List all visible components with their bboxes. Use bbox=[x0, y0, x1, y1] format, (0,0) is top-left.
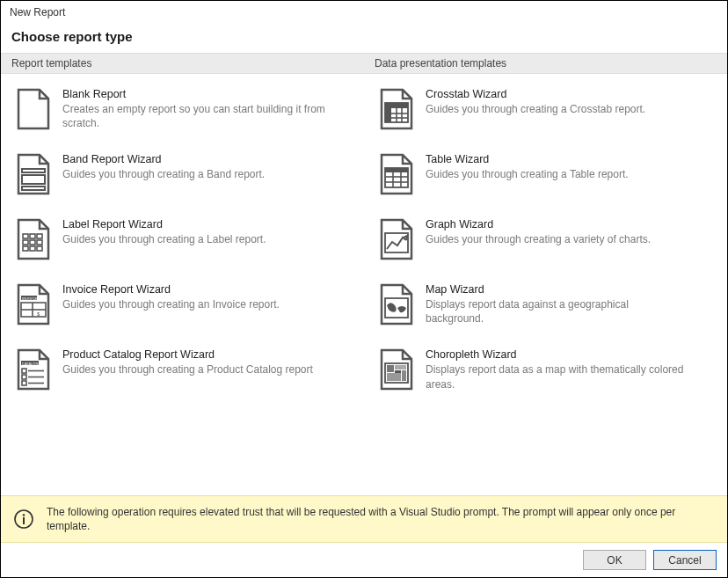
crosstab-icon bbox=[378, 88, 415, 130]
template-title: Blank Report bbox=[62, 88, 350, 100]
template-map-wizard[interactable]: Map Wizard Displays report data against … bbox=[375, 276, 717, 341]
report-templates-header: Report templates bbox=[1, 53, 364, 74]
template-title: Choropleth Wizard bbox=[426, 348, 713, 361]
info-text: The following operation requires elevate… bbox=[47, 505, 715, 533]
svg-rect-22 bbox=[22, 375, 26, 379]
template-columns: Report templates Blank Report Creates an… bbox=[1, 53, 727, 495]
template-graph-wizard[interactable]: Graph Wizard Guides your through creatin… bbox=[375, 211, 717, 276]
template-title: Band Report Wizard bbox=[62, 153, 350, 165]
svg-rect-46 bbox=[387, 373, 401, 381]
template-crosstab-wizard[interactable]: Crosstab Wizard Guides you through creat… bbox=[375, 81, 717, 146]
template-title: Invoice Report Wizard bbox=[62, 283, 350, 296]
ok-button[interactable]: OK bbox=[583, 550, 646, 570]
template-title: Product Catalog Report Wizard bbox=[62, 348, 350, 361]
svg-rect-0 bbox=[22, 169, 45, 172]
choropleth-icon bbox=[378, 348, 415, 391]
graph-icon bbox=[378, 218, 415, 260]
template-title: Crosstab Wizard bbox=[426, 88, 713, 100]
dialog-footer: OK Cancel bbox=[1, 543, 727, 577]
template-desc: Guides your through creating a variety o… bbox=[426, 232, 689, 246]
svg-text:CATALOG: CATALOG bbox=[22, 362, 39, 366]
template-title: Graph Wizard bbox=[426, 218, 713, 230]
report-templates-list: Blank Report Creates an empty report so … bbox=[1, 74, 364, 495]
svg-text:INVOICE: INVOICE bbox=[22, 296, 37, 301]
template-title: Table Wizard bbox=[426, 153, 713, 165]
template-desc: Guides you through creating a Product Ca… bbox=[62, 362, 326, 377]
template-blank-report[interactable]: Blank Report Creates an empty report so … bbox=[11, 81, 353, 146]
page-title: Choose report type bbox=[1, 22, 727, 53]
template-desc: Guides you through creating a Table repo… bbox=[426, 167, 689, 181]
data-presentation-templates-column: Data presentation templates Crosstab Wiz… bbox=[364, 53, 727, 495]
svg-rect-49 bbox=[23, 517, 25, 524]
svg-rect-5 bbox=[37, 234, 42, 238]
blank-report-icon bbox=[15, 88, 52, 130]
svg-rect-2 bbox=[22, 187, 45, 190]
template-title: Map Wizard bbox=[426, 283, 713, 296]
svg-rect-1 bbox=[22, 175, 45, 184]
label-report-icon bbox=[15, 218, 52, 260]
data-presentation-templates-list: Crosstab Wizard Guides you through creat… bbox=[364, 74, 727, 495]
svg-rect-11 bbox=[37, 246, 42, 251]
svg-rect-28 bbox=[385, 103, 391, 122]
template-product-catalog-wizard[interactable]: CATALOG Product Catalog Report Wizard Gu… bbox=[11, 341, 353, 406]
svg-rect-10 bbox=[30, 246, 35, 251]
report-templates-column: Report templates Blank Report Creates an… bbox=[1, 53, 364, 495]
svg-rect-9 bbox=[23, 246, 28, 251]
template-table-wizard[interactable]: Table Wizard Guides you through creating… bbox=[375, 146, 717, 211]
svg-rect-45 bbox=[402, 370, 406, 381]
data-presentation-templates-header: Data presentation templates bbox=[364, 53, 727, 74]
template-desc: Guides you through creating an Invoice r… bbox=[62, 297, 326, 311]
svg-rect-6 bbox=[23, 240, 28, 245]
map-icon bbox=[378, 283, 415, 326]
invoice-report-icon: INVOICE$ bbox=[15, 283, 52, 326]
template-desc: Displays report data as a map with thema… bbox=[426, 362, 689, 391]
svg-rect-24 bbox=[22, 381, 26, 385]
info-bar: The following operation requires elevate… bbox=[1, 495, 727, 543]
template-desc: Guides you through creating a Band repor… bbox=[62, 167, 326, 181]
template-desc: Guides you through creating a Crosstab r… bbox=[426, 102, 689, 116]
cancel-button[interactable]: Cancel bbox=[653, 550, 717, 570]
template-desc: Creates an empty report so you can start… bbox=[62, 102, 326, 130]
svg-rect-20 bbox=[22, 369, 26, 373]
template-band-report-wizard[interactable]: Band Report Wizard Guides you through cr… bbox=[11, 146, 353, 211]
svg-rect-34 bbox=[385, 168, 408, 172]
info-icon bbox=[13, 508, 34, 530]
svg-rect-8 bbox=[37, 240, 42, 245]
template-label-report-wizard[interactable]: Label Report Wizard Guides you through c… bbox=[11, 211, 353, 276]
svg-rect-3 bbox=[23, 234, 28, 238]
svg-rect-43 bbox=[395, 365, 406, 369]
template-title: Label Report Wizard bbox=[62, 218, 350, 230]
table-icon bbox=[378, 153, 415, 195]
window-title: New Report bbox=[1, 1, 727, 22]
product-catalog-icon: CATALOG bbox=[15, 348, 52, 391]
svg-rect-42 bbox=[387, 365, 394, 372]
svg-rect-4 bbox=[30, 234, 35, 238]
template-desc: Displays report data against a geographi… bbox=[426, 297, 689, 326]
template-choropleth-wizard[interactable]: Choropleth Wizard Displays report data a… bbox=[375, 341, 717, 406]
template-invoice-report-wizard[interactable]: INVOICE$ Invoice Report Wizard Guides yo… bbox=[11, 276, 353, 341]
template-desc: Guides you through creating a Label repo… bbox=[62, 232, 326, 246]
svg-point-48 bbox=[23, 514, 25, 516]
svg-rect-7 bbox=[30, 240, 35, 245]
band-report-icon bbox=[15, 153, 52, 195]
